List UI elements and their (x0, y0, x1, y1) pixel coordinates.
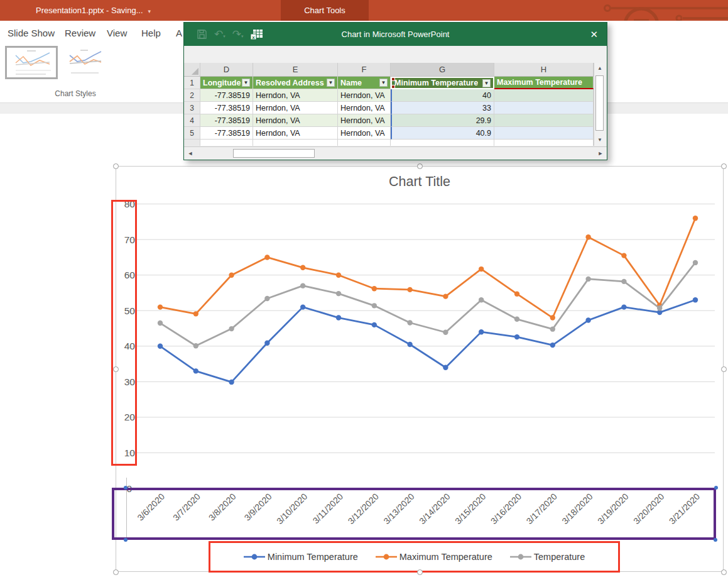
cell[interactable]: 40.9 (391, 127, 494, 140)
axis-selection-dot (714, 538, 717, 542)
tab-slide-show[interactable]: Slide Show (8, 21, 55, 45)
cell[interactable]: -77.38519 (200, 102, 253, 114)
column-header-D[interactable]: D (200, 63, 253, 77)
column-header-F[interactable]: F (338, 63, 391, 77)
data-point (621, 253, 626, 258)
data-point (443, 330, 448, 335)
data-point (443, 294, 448, 299)
filter-dropdown-icon[interactable]: ▼ (379, 79, 388, 87)
horizontal-scrollbar[interactable]: ◄ ► (184, 146, 607, 160)
data-point (193, 311, 198, 316)
cell[interactable]: 40 (391, 89, 494, 102)
cell[interactable] (338, 140, 391, 146)
data-point (550, 343, 555, 348)
data-point (229, 273, 234, 278)
cell[interactable]: Herndon, VA (338, 89, 391, 102)
data-point (372, 322, 377, 327)
filter-dropdown-icon[interactable]: ▼ (242, 79, 250, 87)
selection-handle[interactable] (113, 569, 119, 575)
tab-truncated[interactable]: A (176, 21, 182, 45)
selection-handle[interactable] (417, 569, 423, 575)
scroll-down-icon[interactable]: ▼ (594, 134, 606, 146)
cell[interactable] (494, 114, 594, 127)
data-point (264, 296, 269, 301)
cell[interactable] (494, 127, 594, 140)
data-point (407, 287, 412, 292)
selection-handle[interactable] (721, 569, 727, 575)
data-point (336, 315, 341, 320)
row-header-5[interactable]: 5 (184, 127, 200, 140)
cell[interactable] (200, 140, 253, 146)
cell[interactable]: Herndon, VA (253, 127, 338, 140)
data-point (372, 303, 377, 308)
tab-view[interactable]: View (107, 21, 127, 45)
data-point (514, 291, 519, 296)
data-point (158, 304, 163, 309)
cell[interactable]: 33 (391, 102, 494, 114)
selection-handle[interactable] (721, 366, 727, 372)
cell[interactable]: -77.38519 (200, 114, 253, 127)
cell[interactable] (494, 89, 594, 102)
chart-tools-context-tab[interactable]: Chart Tools (281, 0, 369, 21)
cell[interactable]: 29.9 (391, 114, 494, 127)
data-point (300, 283, 305, 288)
column-header-E[interactable]: E (253, 63, 338, 77)
vertical-scrollbar[interactable]: ▲ ▼ (594, 63, 605, 146)
cell[interactable] (391, 140, 494, 146)
scroll-right-icon[interactable]: ► (595, 148, 606, 158)
row-header-1[interactable]: 1 (184, 77, 200, 89)
vertical-scroll-thumb[interactable] (595, 75, 604, 131)
titlebar-decoration (602, 0, 728, 21)
cell[interactable]: Herndon, VA (253, 102, 338, 114)
cell[interactable]: Herndon, VA (338, 102, 391, 114)
filter-dropdown-icon[interactable]: ▼ (327, 79, 335, 87)
select-all-corner[interactable] (184, 63, 200, 77)
cell[interactable]: Herndon, VA (338, 127, 391, 140)
cell[interactable] (494, 102, 594, 114)
close-icon[interactable]: ✕ (590, 23, 598, 46)
cell[interactable]: -77.38519 (200, 127, 253, 140)
data-point (585, 234, 590, 239)
series-line (160, 300, 695, 382)
data-point (300, 304, 305, 309)
y-axis-highlight-box (111, 200, 137, 466)
data-point (300, 265, 305, 270)
data-point (158, 344, 163, 349)
excel-window-title: Chart in Microsoft PowerPoint (184, 23, 607, 46)
tab-review[interactable]: Review (65, 21, 95, 45)
cell[interactable]: Herndon, VA (253, 89, 338, 102)
cell[interactable]: Herndon, VA (253, 114, 338, 127)
table-header-cell[interactable]: Longitude▼ (200, 77, 253, 89)
row-header-6[interactable] (184, 140, 200, 146)
column-header-H[interactable]: H (494, 63, 594, 77)
selection-handle[interactable] (113, 366, 119, 372)
column-header-G[interactable]: G (391, 63, 494, 77)
chart-style-thumbnail-selected[interactable] (5, 46, 58, 79)
excel-titlebar[interactable]: ↶▾ ↷▾ x Chart in Microsoft PowerPoint ✕ (184, 23, 607, 46)
data-point (621, 279, 626, 284)
table-header-cell[interactable]: Resolved Address▼ (253, 77, 338, 89)
selection-handle[interactable] (113, 163, 119, 169)
cell[interactable] (253, 140, 338, 146)
chart-style-thumbnail[interactable] (63, 48, 107, 77)
scroll-up-icon[interactable]: ▲ (594, 63, 606, 74)
table-header-cell[interactable]: Maximum Temperature (494, 77, 594, 89)
cell[interactable]: Herndon, VA (338, 114, 391, 127)
cell[interactable]: -77.38519 (200, 89, 253, 102)
selection-handle[interactable] (417, 163, 423, 169)
data-point (514, 317, 519, 322)
tab-help[interactable]: Help (141, 21, 161, 45)
row-header-4[interactable]: 4 (184, 114, 200, 127)
data-point (514, 334, 519, 339)
cell[interactable] (494, 140, 594, 146)
table-header-cell[interactable]: Minimum Temperature▼ (391, 77, 494, 89)
autosave-caret-icon[interactable]: ▾ (148, 8, 151, 14)
row-header-2[interactable]: 2 (184, 89, 200, 102)
filter-dropdown-icon[interactable]: ▼ (482, 79, 491, 87)
table-header-cell[interactable]: Name▼ (338, 77, 391, 89)
axis-selection-dot (124, 486, 128, 490)
row-header-3[interactable]: 3 (184, 102, 200, 114)
horizontal-scroll-thumb[interactable] (233, 149, 315, 158)
scroll-left-icon[interactable]: ◄ (185, 148, 195, 158)
selection-handle[interactable] (721, 163, 727, 169)
